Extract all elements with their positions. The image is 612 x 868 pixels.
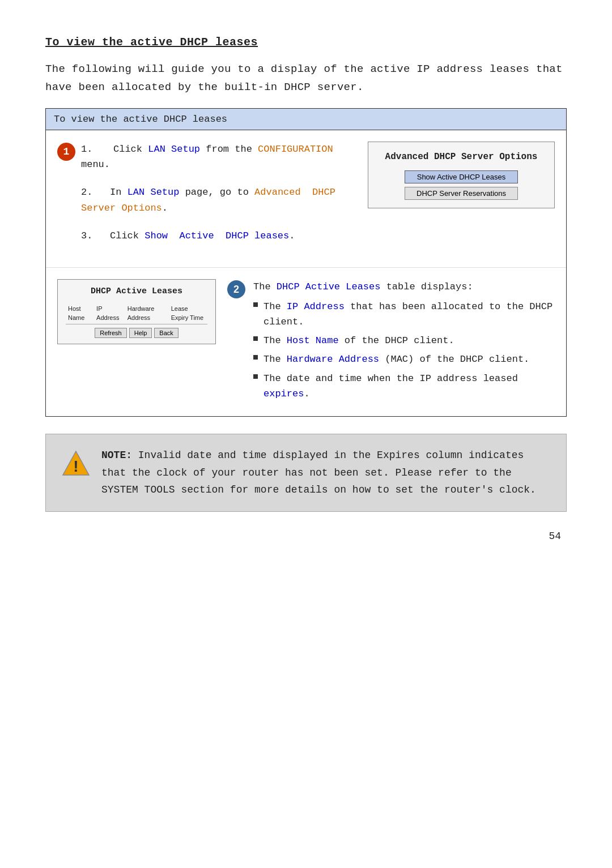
step-2-lan-setup: LAN Setup	[128, 187, 180, 198]
bottom-section: DHCP Active Leases Host Name IP Address …	[46, 267, 566, 416]
step-2-text-a: In	[110, 187, 128, 198]
step-1-lan-setup: LAN Setup	[148, 144, 200, 155]
step2-bullets: The IP Address that has been allocated t…	[253, 299, 555, 401]
bullet-hardware: The Hardware Address (MAC) of the DHCP c…	[253, 352, 555, 367]
step-3-text-a: Click	[110, 230, 144, 241]
col-ip-address: IP Address	[94, 303, 125, 324]
bullet-expires-text: The date and time when the IP address le…	[264, 371, 555, 401]
step-1-configuration: CONFIGURATION	[258, 144, 333, 155]
step-1-number: 1.	[81, 144, 104, 155]
step-3: 3. Click Show Active DHCP leases.	[81, 228, 345, 243]
bullet-hostname-text: The Host Name of the DHCP client.	[264, 333, 454, 348]
step2-badge: 2	[227, 280, 245, 298]
right-column: Advanced DHCP Server Options Show Active…	[362, 142, 555, 256]
page-title: To view the active DHCP leases	[45, 34, 567, 51]
step-list: 1 1. Click LAN Setup from the CONFIGURAT…	[57, 142, 345, 243]
help-button[interactable]: Help	[129, 328, 152, 338]
bullet-icon-4	[253, 374, 258, 379]
step-1-badge: 1	[57, 143, 75, 161]
advanced-box-title: Advanced DHCP Server Options	[376, 150, 546, 164]
left-column: 1 1. Click LAN Setup from the CONFIGURAT…	[57, 142, 351, 256]
dhcp-server-reservations-button[interactable]: DHCP Server Reservations	[405, 187, 518, 200]
step-1-text-c: menu.	[81, 159, 110, 170]
step-1-text-a: Click	[113, 144, 148, 155]
step-1-text-b: from the	[200, 144, 258, 155]
step-2-text-c: .	[162, 203, 168, 213]
step-2-number: 2.	[81, 187, 104, 198]
bullet-icon-3	[253, 355, 258, 360]
bullet-hardware-text: The Hardware Address (MAC) of the DHCP c…	[264, 352, 529, 367]
dhcp-leases-box: DHCP Active Leases Host Name IP Address …	[57, 279, 216, 344]
intro-text: The following will guide you to a displa…	[45, 60, 567, 97]
step-1: 1 1. Click LAN Setup from the CONFIGURAT…	[57, 142, 345, 172]
warning-icon: !	[62, 449, 90, 477]
step-2-text-b: page, go to	[179, 187, 254, 198]
back-button[interactable]: Back	[154, 328, 178, 338]
col-lease-expiry: Lease Expiry Time	[169, 303, 207, 324]
note-body: Invalid date and time displayed in the E…	[101, 450, 536, 495]
dhcp-leases-table: Host Name IP Address Hardware Address Le…	[66, 303, 207, 324]
note-text: NOTE: Invalid date and time displayed in…	[101, 447, 550, 499]
step-3-text-b: .	[289, 230, 295, 241]
bullet-expires: The date and time when the IP address le…	[253, 371, 555, 401]
advanced-dhcp-box: Advanced DHCP Server Options Show Active…	[368, 142, 555, 208]
bullet-ip-text: The IP Address that has been allocated t…	[264, 299, 555, 330]
dhcp-leases-title: DHCP Active Leases	[66, 285, 207, 298]
bullet-icon-1	[253, 302, 258, 307]
main-box: To view the active DHCP leases 1 1. Clic…	[45, 108, 567, 417]
col-host-name: Host Name	[66, 303, 94, 324]
bullet-ip: The IP Address that has been allocated t…	[253, 299, 555, 330]
step2-content: The DHCP Active Leases table displays: T…	[253, 279, 555, 405]
note-label: NOTE:	[101, 450, 132, 461]
main-box-header: To view the active DHCP leases	[46, 109, 566, 131]
step-2-left: 2. In LAN Setup page, go to Advanced DHC…	[81, 185, 345, 215]
table-row	[66, 324, 207, 324]
bullet-hostname: The Host Name of the DHCP client.	[253, 333, 555, 348]
step-3-show-active: Show Active DHCP leases	[144, 230, 289, 241]
step2-intro: The DHCP Active Leases table displays:	[253, 279, 555, 296]
dhcp-leases-buttons: Refresh Help Back	[66, 328, 207, 338]
dhcp-active-leases-link: DHCP Active Leases	[277, 281, 381, 292]
page-number: 54	[45, 529, 567, 544]
advanced-box-buttons: Show Active DHCP Leases DHCP Server Rese…	[376, 170, 546, 200]
bullet-icon-2	[253, 336, 258, 341]
svg-text:!: !	[73, 457, 78, 475]
refresh-button[interactable]: Refresh	[95, 328, 127, 338]
step-3-number: 3.	[81, 230, 104, 241]
note-box: ! NOTE: Invalid date and time displayed …	[45, 434, 567, 512]
col-hardware-address: Hardware Address	[125, 303, 169, 324]
step2-section: 2 The DHCP Active Leases table displays:…	[227, 279, 555, 405]
show-active-dhcp-button[interactable]: Show Active DHCP Leases	[405, 170, 518, 183]
